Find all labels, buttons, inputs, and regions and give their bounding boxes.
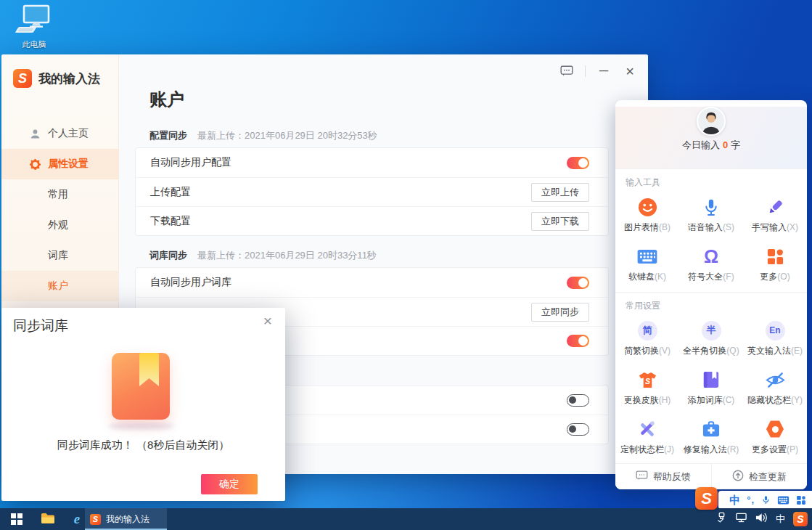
sidebar-item-label: 个人主页 bbox=[48, 127, 89, 140]
setting-repair-ime[interactable]: 修复输入法(R) bbox=[679, 412, 743, 462]
voice-icon[interactable] bbox=[761, 494, 771, 505]
titlebar-divider bbox=[585, 65, 586, 77]
section-header-lexicon-sync: 词库同步 最新上传：2021年06月29日 20时33分11秒 bbox=[149, 249, 377, 262]
close-button[interactable]: × bbox=[622, 63, 638, 79]
sidebar-item-lexicon[interactable]: 词库 bbox=[1, 240, 118, 271]
tool-handwriting[interactable]: 手写输入(X) bbox=[743, 190, 807, 240]
medkit-icon bbox=[702, 418, 721, 440]
sidebar-item-label: 常用 bbox=[48, 188, 68, 201]
tool-symbols[interactable]: Ω 符号大全(F) bbox=[679, 240, 743, 289]
sidebar-item-label: 属性设置 bbox=[48, 158, 89, 171]
tray-ime-indicator[interactable]: 中 bbox=[776, 513, 785, 526]
internet-explorer-icon: e bbox=[74, 511, 80, 527]
omega-icon: Ω bbox=[704, 245, 718, 267]
sidebar-item-account[interactable]: 账户 bbox=[1, 271, 118, 301]
setting-english-ime[interactable]: En 英文输入法(E) bbox=[743, 314, 807, 363]
tools-icon bbox=[638, 418, 657, 440]
today-count: 0 bbox=[723, 139, 728, 150]
sogou-logo-icon: S bbox=[13, 69, 32, 88]
book-shadow bbox=[108, 423, 175, 430]
auto-sync-lexicon-toggle[interactable] bbox=[567, 277, 589, 289]
help-feedback-button[interactable]: 帮助反馈 bbox=[615, 464, 711, 489]
config-sync-box: 自动同步用户配置 上传配置 立即上传 下载配置 立即下载 bbox=[135, 147, 609, 236]
chat-icon bbox=[636, 470, 648, 484]
ime-status-bar: 中 °, bbox=[718, 491, 812, 509]
speaker-icon[interactable] bbox=[755, 513, 768, 526]
setting-simp-trad[interactable]: 简 简繁切换(V) bbox=[615, 314, 679, 363]
tool-voice[interactable]: 语音输入(S) bbox=[679, 190, 743, 240]
network-icon[interactable] bbox=[735, 513, 747, 526]
sidebar-item-appearance[interactable]: 外观 bbox=[1, 210, 118, 240]
setting-customize-statusbar[interactable]: 定制状态栏(J) bbox=[615, 412, 679, 462]
keyboard-icon bbox=[636, 245, 658, 267]
grid-icon bbox=[766, 245, 784, 267]
auto-sync-config-toggle[interactable] bbox=[567, 157, 589, 169]
minimize-button[interactable]: ─ bbox=[596, 63, 612, 79]
option-toggle[interactable] bbox=[567, 394, 589, 407]
system-tray: 中 S bbox=[716, 508, 808, 530]
pencil-icon bbox=[766, 196, 785, 218]
app-brand: S 我的输入法 bbox=[1, 54, 118, 88]
setting-row: 自动同步用户词库 bbox=[136, 268, 608, 297]
file-explorer-button[interactable] bbox=[33, 508, 62, 530]
sidebar-item-label: 词库 bbox=[48, 249, 68, 262]
user-icon bbox=[29, 128, 41, 139]
desktop: 此电脑 S 我的输入法 个人主页 bbox=[0, 0, 812, 530]
sogou-logo-icon: S bbox=[90, 514, 101, 525]
sync-now-button[interactable]: 立即同步 bbox=[531, 303, 589, 322]
sidebar-item-settings[interactable]: 属性设置 bbox=[1, 149, 118, 179]
soft-keyboard-icon[interactable] bbox=[777, 496, 790, 505]
section-title-input-tools: 输入工具 bbox=[626, 176, 807, 189]
tool-soft-keyboard[interactable]: 软键盘(K) bbox=[615, 240, 679, 289]
today-input-stat: 今日输入0字 bbox=[615, 139, 807, 152]
section-title-common-settings: 常用设置 bbox=[626, 300, 807, 312]
confirm-button[interactable]: 确定 bbox=[201, 474, 258, 494]
sync-lexicon-dialog: 同步词库 × 同步词库成功！ （8秒后自动关闭） 确定 bbox=[1, 308, 285, 501]
check-update-button[interactable]: 检查更新 bbox=[711, 464, 808, 489]
ime-mode-indicator[interactable]: 中 bbox=[729, 494, 740, 505]
last-upload-time: 最新上传：2021年06月29日 20时33分11秒 bbox=[197, 249, 377, 262]
download-now-button[interactable]: 立即下载 bbox=[531, 212, 589, 231]
lexicon-toggle[interactable] bbox=[567, 335, 589, 347]
setting-hide-statusbar[interactable]: 隐藏状态栏(Y) bbox=[743, 363, 807, 412]
upload-now-button[interactable]: 立即上传 bbox=[531, 183, 589, 202]
option-toggle[interactable] bbox=[567, 423, 589, 436]
feedback-icon[interactable] bbox=[559, 63, 575, 79]
sidebar-item-label: 账户 bbox=[48, 280, 68, 293]
start-button[interactable] bbox=[0, 508, 33, 530]
panel-footer: 帮助反馈 检查更新 bbox=[615, 463, 807, 489]
toolbox-grid-icon[interactable] bbox=[796, 495, 806, 505]
avatar[interactable] bbox=[697, 107, 726, 136]
nut-icon bbox=[766, 420, 784, 439]
page-title: 账户 bbox=[149, 88, 184, 111]
punctuation-icon[interactable]: °, bbox=[747, 495, 755, 505]
setting-add-lexicon[interactable]: 添加词库(C) bbox=[679, 363, 743, 412]
tool-emoji[interactable]: 图片表情(B) bbox=[615, 190, 679, 240]
task-label: 我的输入法 bbox=[106, 513, 149, 526]
desktop-icon-this-pc[interactable]: 此电脑 bbox=[9, 4, 60, 50]
taskbar-task-ime[interactable]: S 我的输入法 bbox=[85, 508, 167, 530]
panel-header: 今日输入0字 bbox=[615, 107, 807, 169]
microphone-icon bbox=[702, 196, 721, 218]
dialog-close-icon[interactable]: × bbox=[259, 312, 276, 330]
sogou-statusbar-logo-icon[interactable]: S bbox=[695, 487, 718, 510]
tool-more[interactable]: 更多(O) bbox=[743, 240, 807, 289]
dialog-message: 同步词库成功！ （8秒后自动关闭） bbox=[1, 439, 285, 452]
folder-icon bbox=[41, 512, 55, 527]
book-icon bbox=[702, 369, 720, 391]
sidebar-item-home[interactable]: 个人主页 bbox=[1, 118, 118, 149]
setting-full-half-width[interactable]: 半 全半角切换(Q) bbox=[679, 314, 743, 363]
sogou-tray-logo-icon[interactable]: S bbox=[793, 512, 808, 526]
sidebar-item-common[interactable]: 常用 bbox=[1, 179, 118, 210]
setting-more-settings[interactable]: 更多设置(P) bbox=[743, 412, 807, 462]
usb-eject-icon[interactable] bbox=[716, 512, 727, 526]
ime-toolbox-panel: 今日输入0字 输入工具 图片表情(B) 语音输入(S) 手写输入 bbox=[615, 100, 807, 489]
update-icon bbox=[732, 470, 744, 484]
desktop-icon-label: 此电脑 bbox=[9, 39, 60, 50]
windows-logo-icon bbox=[11, 513, 22, 525]
tshirt-icon: S bbox=[638, 369, 657, 391]
setting-change-skin[interactable]: S 更换皮肤(H) bbox=[615, 363, 679, 412]
bookmark-icon bbox=[139, 353, 159, 386]
app-title: 我的输入法 bbox=[38, 70, 100, 87]
eye-off-icon bbox=[765, 369, 786, 391]
